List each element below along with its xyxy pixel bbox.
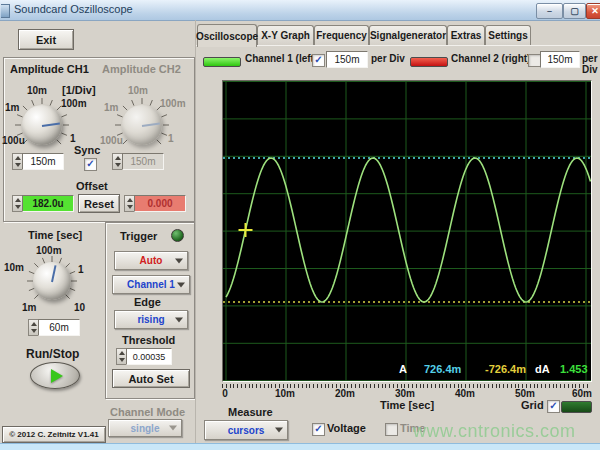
exit-button[interactable]: Exit <box>18 29 74 50</box>
tab-signalgenerator[interactable]: Signalgenerator <box>369 25 447 45</box>
bottom-edge <box>0 443 600 450</box>
window-title: Soundcard Oszilloscope <box>14 3 133 15</box>
channel2-perdiv-field[interactable]: 150m <box>540 51 580 68</box>
ch1-scale-1m: 1m <box>5 102 19 113</box>
waveform-plot: A726.4m-726.4mdA1.453 <box>223 81 591 381</box>
run-stop-label: Run/Stop <box>26 347 79 361</box>
amplitude-ch1-title: Amplitude CH1 <box>10 63 89 75</box>
watermark: www.cntronics.com <box>413 421 576 442</box>
minimize-button[interactable]: – <box>536 3 563 19</box>
tab-extras[interactable]: Extras <box>447 25 485 45</box>
chevron-down-icon <box>175 317 183 322</box>
channel-mode-dropdown: single <box>108 419 182 437</box>
panel-divider <box>195 20 196 443</box>
amplitude-ch2-title: Amplitude CH2 <box>102 63 181 75</box>
voltage-label: Voltage <box>327 422 366 434</box>
app-window: Soundcard Oszilloscope – ▢ ✕ Exit Amplit… <box>0 0 600 450</box>
x-tick-60m: 60m <box>568 388 596 399</box>
channel2-label: Channel 2 (right) <box>451 53 530 64</box>
time-scale-100m: 100m <box>36 245 62 256</box>
time-knob[interactable] <box>33 262 71 300</box>
tab-frequency[interactable]: Frequency <box>314 25 369 45</box>
grid-color-swatch[interactable] <box>561 401 592 413</box>
time-scale-10m: 10m <box>4 262 24 273</box>
channel1-perdiv-field[interactable]: 150m <box>326 51 368 68</box>
amplitude-ch1-knob[interactable] <box>22 105 62 145</box>
x-tick-0: 0 <box>211 388 239 399</box>
measure-mode-value: cursors <box>228 425 265 436</box>
close-button[interactable]: ✕ <box>586 3 600 19</box>
ch1-amplitude-field[interactable]: 150m <box>22 153 64 170</box>
ch2-scale-1: 1 <box>168 133 174 144</box>
ch1-scale-1: 1 <box>70 133 76 144</box>
channel1-perdiv-label: per Div <box>371 53 405 64</box>
time-field[interactable]: 60m <box>38 319 80 336</box>
chevron-down-icon <box>177 282 185 287</box>
time-measure-checkbox[interactable] <box>385 423 398 436</box>
chevron-down-icon <box>169 426 177 431</box>
x-tick-20m: 20m <box>331 388 359 399</box>
x-tick-50m: 50m <box>511 388 539 399</box>
ch1-scale-100m: 100m <box>61 98 87 109</box>
ch2-scale-100m: 100m <box>160 98 186 109</box>
voltage-checkbox[interactable] <box>312 423 325 436</box>
reset-button[interactable]: Reset <box>78 194 120 213</box>
auto-set-button[interactable]: Auto Set <box>112 369 190 388</box>
trigger-mode-value: Auto <box>140 255 163 266</box>
minimize-icon: – <box>547 6 552 16</box>
copyright-button[interactable]: © 2012 C. Zeitnitz V1.41 <box>2 426 106 443</box>
channel1-checkbox[interactable] <box>312 54 325 67</box>
svg-text:726.4m: 726.4m <box>424 363 462 375</box>
amplitude-ch2-knob[interactable] <box>122 105 162 145</box>
ch1-scale-10m: 10m <box>27 85 47 96</box>
chevron-down-icon <box>175 258 183 263</box>
per-div-unit-label: [1/Div] <box>62 84 96 96</box>
trigger-source-dropdown[interactable]: Channel 1 <box>112 275 190 294</box>
run-stop-button[interactable] <box>30 362 80 389</box>
channel1-label: Channel 1 (left) <box>245 53 317 64</box>
channel1-color-swatch <box>203 57 241 67</box>
x-tick-30m: 30m <box>391 388 419 399</box>
x-tick-40m: 40m <box>451 388 479 399</box>
ch1-scale-100u: 100u <box>2 135 25 146</box>
trigger-edge-dropdown[interactable]: rising <box>114 310 188 329</box>
edge-title: Edge <box>134 296 161 308</box>
svg-text:1.453: 1.453 <box>560 363 588 375</box>
trigger-title: Trigger <box>120 230 157 242</box>
channel2-perdiv-label: per Div <box>582 53 600 75</box>
sync-label: Sync <box>74 144 100 156</box>
oscilloscope-display[interactable]: A726.4m-726.4mdA1.453 <box>222 80 592 382</box>
grid-checkbox[interactable] <box>547 400 560 413</box>
svg-text:dA: dA <box>535 363 550 375</box>
ch1-offset-field[interactable]: 182.0u <box>22 195 74 212</box>
maximize-button[interactable]: ▢ <box>563 3 586 19</box>
close-icon: ✕ <box>591 6 599 16</box>
ch1-knob-pointer <box>42 122 60 127</box>
trigger-source-value: Channel 1 <box>127 279 175 290</box>
channel-mode-title: Channel Mode <box>110 406 185 418</box>
ch2-offset-field: 0.000 <box>134 195 186 212</box>
tab-xy-graph[interactable]: X-Y Graph <box>257 25 314 45</box>
measure-mode-dropdown[interactable]: cursors <box>204 420 288 440</box>
sync-checkbox[interactable] <box>84 158 97 171</box>
threshold-title: Threshold <box>122 334 175 346</box>
play-icon <box>51 369 63 383</box>
channel-mode-value: single <box>131 423 160 434</box>
ch2-amplitude-field: 150m <box>122 153 164 170</box>
time-title: Time [sec] <box>28 229 82 241</box>
time-knob-pointer <box>51 265 57 283</box>
grid-label: Grid <box>521 399 544 411</box>
time-scale-1: 1 <box>78 264 84 275</box>
tab-oscilloscope[interactable]: Oscilloscope <box>197 24 257 47</box>
chevron-down-icon <box>275 428 283 433</box>
time-scale-1m: 1m <box>22 302 36 313</box>
measure-title: Measure <box>228 406 273 418</box>
channel2-color-swatch <box>410 57 448 67</box>
threshold-field[interactable]: 0.00035 <box>126 348 172 365</box>
trigger-mode-dropdown[interactable]: Auto <box>114 251 188 270</box>
time-scale-10: 10 <box>74 302 85 313</box>
tab-settings[interactable]: Settings <box>485 25 531 45</box>
app-icon <box>1 4 10 18</box>
ch2-scale-100u: 100u <box>100 135 123 146</box>
ch2-knob-pointer <box>142 122 160 127</box>
